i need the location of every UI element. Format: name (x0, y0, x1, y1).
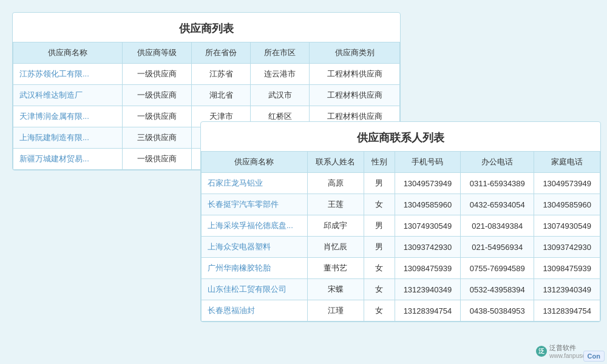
contact-gender-cell: 女 (364, 300, 395, 322)
supplier-level-cell: 一级供应商 (123, 85, 192, 106)
contact-office-cell: 0311-65934389 (461, 173, 534, 194)
contact-gender-cell: 女 (364, 194, 395, 215)
contact-supplier-cell[interactable]: 上海采埃孚福伦德底盘... (202, 215, 308, 237)
contact-table: 供应商名称 联系人姓名 性别 手机号码 办公电话 家庭电话 石家庄龙马铝业 高原… (201, 151, 600, 322)
contact-table-row: 长春恩福油封 江瑾 女 13128394754 0438-50384953 13… (202, 300, 600, 322)
supplier-table-row: 江苏苏领化工有限... 一级供应商 江苏省 连云港市 工程材料供应商 (13, 64, 400, 85)
contact-mobile-cell: 13049573949 (395, 173, 461, 194)
contact-gender-cell: 男 (364, 173, 395, 194)
contact-supplier-cell[interactable]: 山东佳松工贸有限公司 (202, 279, 308, 300)
contact-mobile-cell: 13128394754 (395, 300, 461, 322)
supplier-col-category: 供应商类别 (310, 42, 400, 64)
contact-mobile-cell: 13074930549 (395, 215, 461, 237)
contact-home-cell: 13074930549 (534, 215, 600, 237)
contact-office-cell: 0755-76994589 (461, 258, 534, 279)
contact-table-row: 广州华南橡胶轮胎 董书艺 女 13098475939 0755-76994589… (202, 258, 600, 279)
supplier-table-header-row: 供应商名称 供应商等级 所在省份 所在市区 供应商类别 (13, 42, 400, 64)
supplier-col-level: 供应商等级 (123, 42, 192, 64)
contact-table-row: 上海采埃孚福伦德底盘... 邱成宇 男 13074930549 021-0834… (202, 215, 600, 237)
contact-col-supplier: 供应商名称 (202, 152, 308, 173)
supplier-level-cell: 三级供应商 (123, 127, 192, 149)
supplier-name-cell[interactable]: 新疆万城建材贸易... (13, 149, 123, 170)
contact-name-cell: 肖忆辰 (307, 237, 364, 258)
contact-home-cell: 13049585960 (534, 194, 600, 215)
watermark-logo: 泛 (536, 346, 547, 357)
contact-supplier-cell[interactable]: 上海众安电器塑料 (202, 237, 308, 258)
contact-name-cell: 宋蝶 (307, 279, 364, 300)
contact-col-office: 办公电话 (461, 152, 534, 173)
contact-mobile-cell: 13049585960 (395, 194, 461, 215)
supplier-city-cell: 武汉市 (251, 85, 310, 106)
contact-table-row: 山东佳松工贸有限公司 宋蝶 女 13123940349 0532-4395839… (202, 279, 600, 300)
contact-home-cell: 13049573949 (534, 173, 600, 194)
contact-table-row: 石家庄龙马铝业 高原 男 13049573949 0311-65934389 1… (202, 173, 600, 194)
supplier-col-name: 供应商名称 (13, 42, 123, 64)
supplier-col-province: 所在省份 (192, 42, 251, 64)
contact-gender-cell: 男 (364, 237, 395, 258)
contact-mobile-cell: 13093742930 (395, 237, 461, 258)
supplier-category-cell: 工程材料供应商 (310, 85, 400, 106)
contact-office-cell: 0432-65934054 (461, 194, 534, 215)
supplier-province-cell: 湖北省 (192, 85, 251, 106)
supplier-province-cell: 江苏省 (192, 64, 251, 85)
supplier-city-cell: 连云港市 (251, 64, 310, 85)
supplier-name-cell[interactable]: 上海阮建制造有限... (13, 127, 123, 149)
contact-col-name: 联系人姓名 (307, 152, 364, 173)
contact-gender-cell: 男 (364, 215, 395, 237)
supplier-name-cell[interactable]: 天津博润金属有限... (13, 106, 123, 127)
contact-mobile-cell: 13123940349 (395, 279, 461, 300)
supplier-level-cell: 一级供应商 (123, 149, 192, 170)
supplier-list-title: 供应商列表 (13, 13, 400, 42)
contact-office-cell: 021-08349384 (461, 215, 534, 237)
supplier-name-cell[interactable]: 武汉科维达制造厂 (13, 85, 123, 106)
contact-office-cell: 021-54956934 (461, 237, 534, 258)
contact-list-panel: 供应商联系人列表 供应商名称 联系人姓名 性别 手机号码 办公电话 家庭电话 石… (200, 121, 601, 322)
contact-home-cell: 13093742930 (534, 237, 600, 258)
supplier-table-row: 武汉科维达制造厂 一级供应商 湖北省 武汉市 工程材料供应商 (13, 85, 400, 106)
supplier-category-cell: 工程材料供应商 (310, 64, 400, 85)
contact-office-cell: 0532-43958394 (461, 279, 534, 300)
contact-table-row: 长春挺宇汽车零部件 王莲 女 13049585960 0432-65934054… (202, 194, 600, 215)
corner-badge: Con (583, 351, 605, 362)
supplier-col-city: 所在市区 (251, 42, 310, 64)
contact-gender-cell: 女 (364, 279, 395, 300)
supplier-level-cell: 一级供应商 (123, 64, 192, 85)
contact-name-cell: 高原 (307, 173, 364, 194)
supplier-name-cell[interactable]: 江苏苏领化工有限... (13, 64, 123, 85)
contact-supplier-cell[interactable]: 广州华南橡胶轮胎 (202, 258, 308, 279)
contact-supplier-cell[interactable]: 长春恩福油封 (202, 300, 308, 322)
contact-name-cell: 董书艺 (307, 258, 364, 279)
contact-home-cell: 13128394754 (534, 300, 600, 322)
contact-name-cell: 王莲 (307, 194, 364, 215)
contact-office-cell: 0438-50384953 (461, 300, 534, 322)
contact-table-header-row: 供应商名称 联系人姓名 性别 手机号码 办公电话 家庭电话 (202, 152, 600, 173)
contact-home-cell: 13123940349 (534, 279, 600, 300)
contact-list-title: 供应商联系人列表 (201, 122, 600, 151)
contact-supplier-cell[interactable]: 长春挺宇汽车零部件 (202, 194, 308, 215)
contact-col-gender: 性别 (364, 152, 395, 173)
contact-table-row: 上海众安电器塑料 肖忆辰 男 13093742930 021-54956934 … (202, 237, 600, 258)
supplier-level-cell: 一级供应商 (123, 106, 192, 127)
contact-gender-cell: 女 (364, 258, 395, 279)
contact-home-cell: 13098475939 (534, 258, 600, 279)
contact-supplier-cell[interactable]: 石家庄龙马铝业 (202, 173, 308, 194)
contact-name-cell: 江瑾 (307, 300, 364, 322)
contact-col-home: 家庭电话 (534, 152, 600, 173)
contact-name-cell: 邱成宇 (307, 215, 364, 237)
contact-col-mobile: 手机号码 (395, 152, 461, 173)
contact-mobile-cell: 13098475939 (395, 258, 461, 279)
